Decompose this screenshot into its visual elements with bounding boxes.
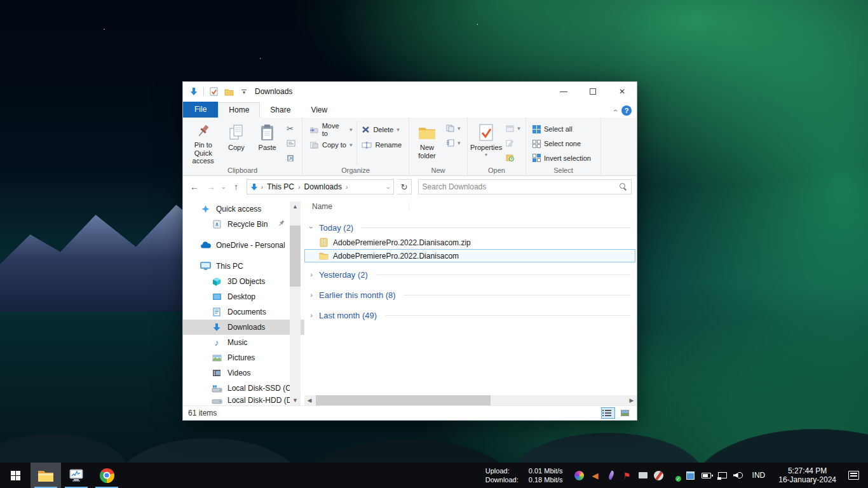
sidebar-scrollbar[interactable]: ▲ ▼ <box>290 201 301 405</box>
search-icon[interactable] <box>620 183 627 191</box>
tab-view[interactable]: View <box>301 103 337 118</box>
address-dropdown-chevron-icon[interactable]: ⌄ <box>386 184 391 190</box>
delete-button[interactable]: Delete▾ <box>360 123 403 136</box>
tray-feather-icon[interactable] <box>606 470 617 481</box>
file-row-zip[interactable]: AdobePremierePro.2022.Dianisacom.zip <box>304 236 635 249</box>
group-header-earlier-this-month[interactable]: › Earlier this month (8) <box>304 287 637 303</box>
group-header-yesterday[interactable]: › Yesterday (2) <box>304 266 637 283</box>
new-item-button[interactable]: ▾ <box>444 122 463 135</box>
sidebar-item-this-pc[interactable]: This PC <box>183 259 304 274</box>
thumbnails-view-button[interactable] <box>618 407 632 419</box>
open-button[interactable]: ▾ <box>504 122 522 135</box>
history-button[interactable] <box>504 151 522 164</box>
tray-battery-icon[interactable] <box>701 470 712 481</box>
maximize-button[interactable] <box>578 82 607 101</box>
minimize-ribbon-icon[interactable]: › <box>611 109 620 112</box>
sidebar-item-recycle-bin[interactable]: Recycle Bin <box>183 217 304 232</box>
select-none-button[interactable]: Select none <box>531 138 593 150</box>
action-center-icon[interactable] <box>848 471 859 480</box>
taskbar-clock[interactable]: 5:27:44 PM 16-January-2024 <box>773 466 841 484</box>
tray-color-wheel-icon[interactable] <box>574 470 585 481</box>
select-all-button[interactable]: Select all <box>531 123 593 135</box>
forward-button[interactable]: → <box>205 182 217 192</box>
group-header-today[interactable]: › Today (2) <box>304 219 637 236</box>
column-header-name[interactable]: Name <box>312 202 409 211</box>
paste-button[interactable]: Paste <box>252 121 283 165</box>
cut-button[interactable]: ✂ <box>285 122 297 135</box>
pin-to-quick-access-button[interactable]: Pin to Quick access <box>186 121 220 165</box>
group-header-last-month[interactable]: › Last month (49) <box>304 307 637 323</box>
tray-security-shield-icon[interactable]: ✓ <box>669 470 681 481</box>
move-to-button[interactable]: Move to▾ <box>308 123 354 136</box>
tab-home[interactable]: Home <box>218 102 260 118</box>
rename-button[interactable]: Rename <box>360 139 403 151</box>
sidebar-item-desktop[interactable]: Desktop <box>183 289 304 304</box>
breadcrumb-chevron-icon[interactable]: › <box>298 183 301 191</box>
back-button[interactable]: ← <box>188 182 201 192</box>
sidebar-item-local-disk-d[interactable]: Local Disk-HDD (D:) <box>183 396 304 405</box>
sidebar-item-videos[interactable]: Videos <box>183 365 304 381</box>
sidebar-item-pictures[interactable]: Pictures <box>183 350 304 365</box>
tray-ccleaner-icon[interactable] <box>653 470 665 481</box>
horizontal-scrollbar[interactable]: ◀ ▶ <box>304 395 637 405</box>
scrollbar-thumb[interactable] <box>290 226 301 287</box>
scroll-up-icon[interactable]: ▲ <box>290 201 301 212</box>
sidebar-item-onedrive[interactable]: OneDrive - Personal <box>183 238 304 253</box>
sidebar-item-downloads[interactable]: Downloads <box>183 320 304 335</box>
sidebar-item-local-disk-c[interactable]: Local Disk-SSD (C:) <box>183 381 304 396</box>
tab-share[interactable]: Share <box>260 103 301 118</box>
paste-shortcut-button[interactable] <box>285 151 297 164</box>
tray-display-icon[interactable] <box>637 470 649 481</box>
help-icon[interactable]: ? <box>621 105 632 116</box>
customize-quick-access-toolbar-icon[interactable]: ▾ <box>238 86 250 97</box>
invert-selection-button[interactable]: Invert selection <box>531 152 593 164</box>
scroll-down-icon[interactable]: ▼ <box>290 395 301 405</box>
copy-to-button[interactable]: Copy to▾ <box>308 139 354 151</box>
new-folder-qat-icon[interactable] <box>223 86 234 97</box>
minimize-button[interactable]: — <box>549 82 578 101</box>
taskbar-task-manager-button[interactable] <box>61 463 92 488</box>
sidebar-item-quick-access[interactable]: Quick access <box>183 201 304 217</box>
properties-qat-icon[interactable] <box>208 86 219 97</box>
tray-orange-speaker-icon[interactable]: ◀ <box>590 470 601 481</box>
breadcrumb-downloads[interactable]: Downloads <box>303 182 343 191</box>
sidebar-item-documents[interactable]: Documents <box>183 304 304 320</box>
start-button[interactable] <box>0 463 31 488</box>
tray-network-icon[interactable] <box>717 470 728 481</box>
up-button[interactable]: ↑ <box>230 182 243 192</box>
breadcrumb-chevron-icon[interactable]: › <box>346 183 348 191</box>
easy-access-button[interactable]: ▾ <box>444 137 463 149</box>
new-folder-button[interactable]: New folder <box>412 121 442 165</box>
chevron-down-icon[interactable]: › <box>308 224 315 231</box>
search-input[interactable] <box>423 182 620 191</box>
sidebar-item-music[interactable]: ♪ Music <box>183 335 304 350</box>
chevron-right-icon[interactable]: › <box>308 291 315 299</box>
scrollbar-thumb[interactable] <box>316 395 491 405</box>
details-view-button[interactable] <box>601 407 615 419</box>
net-speed-meter[interactable]: Upload: 0.01 Mbit/s Download: 0.18 Mbit/… <box>485 467 563 484</box>
edit-button[interactable] <box>504 137 522 149</box>
tab-file[interactable]: File <box>183 102 218 118</box>
taskbar-chrome-button[interactable] <box>92 463 122 488</box>
properties-button[interactable]: Properties ▾ <box>470 121 502 165</box>
taskbar-file-explorer-button[interactable] <box>31 463 61 488</box>
scroll-right-icon[interactable]: ▶ <box>627 397 637 403</box>
tray-volume-icon[interactable] <box>733 470 744 481</box>
tray-red-flag-icon[interactable]: ⚑ <box>621 470 633 481</box>
tray-blue-window-icon[interactable] <box>685 470 696 481</box>
chevron-right-icon[interactable]: › <box>308 271 315 278</box>
recent-locations-chevron-icon[interactable]: ⌄ <box>221 184 226 190</box>
close-button[interactable]: ✕ <box>607 82 637 101</box>
copy-button[interactable]: Copy <box>220 121 252 165</box>
breadcrumb[interactable]: › This PC › Downloads › ⌄ <box>247 179 394 194</box>
sidebar-item-3d-objects[interactable]: 3D Objects <box>183 274 304 289</box>
search-box[interactable] <box>418 179 632 194</box>
breadcrumb-this-pc[interactable]: This PC <box>266 182 295 191</box>
chevron-right-icon[interactable]: › <box>308 311 315 319</box>
file-row-folder-selected[interactable]: AdobePremierePro.2022.Dianisacom <box>304 249 635 262</box>
title-bar[interactable]: ▾ Downloads — ✕ <box>183 82 637 101</box>
language-indicator[interactable]: IND <box>749 471 770 480</box>
refresh-button[interactable]: ↻ <box>398 179 412 194</box>
scroll-left-icon[interactable]: ◀ <box>304 397 315 403</box>
copy-path-button[interactable] <box>285 137 297 149</box>
